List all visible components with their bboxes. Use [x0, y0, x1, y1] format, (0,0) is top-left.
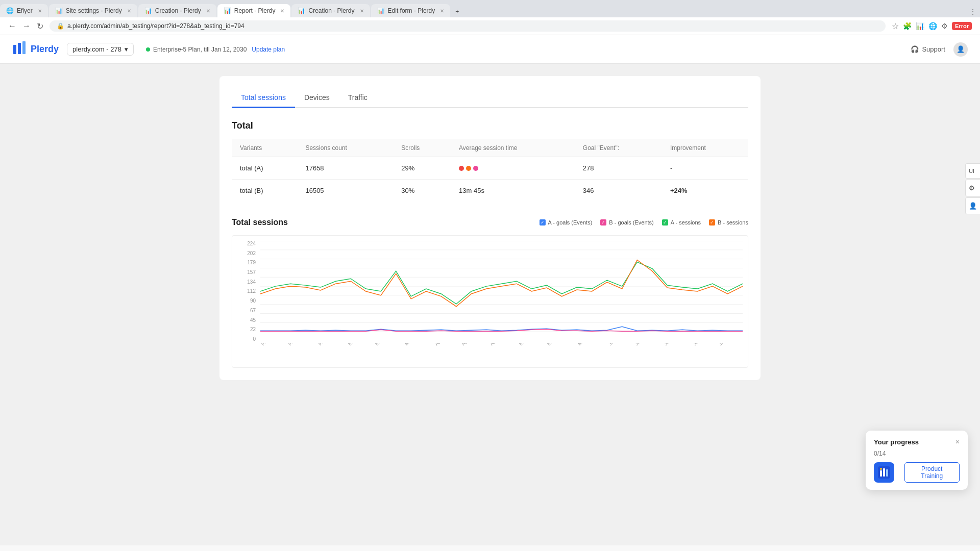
col-improvement: Improvement [662, 139, 748, 157]
x-label-13: Jun 17, 2024 [634, 343, 656, 346]
plerdy-ext-icon[interactable]: 📊 [916, 22, 924, 30]
x-label-9: May 8, 2024 [518, 343, 540, 346]
plan-dot [146, 47, 150, 52]
section-title: Total [232, 120, 748, 131]
col-goal: Goal "Event": [575, 139, 662, 157]
tab-devices[interactable]: Devices [295, 88, 339, 108]
chart-svg [260, 241, 743, 342]
tab-label-eflyer: Eflyer [17, 7, 33, 14]
dot-red [459, 166, 464, 171]
svg-rect-1 [18, 43, 21, 54]
tab-label-edit-form: Edit form - Plerdy [388, 7, 435, 14]
y-axis-labels: 224 202 179 157 134 112 90 67 45 22 0 [232, 241, 259, 342]
tab-edit-form[interactable]: 📊 Edit form - Plerdy ✕ [371, 4, 451, 17]
x-label-12: Jun 7, 2024 [607, 343, 628, 346]
more-icon[interactable]: ⚙ [941, 22, 948, 30]
content-card: Total sessions Devices Traffic Total Var… [219, 76, 761, 380]
tab-close-eflyer[interactable]: ✕ [38, 8, 42, 14]
side-btn-user[interactable]: 👤 [965, 197, 980, 214]
tab-traffic[interactable]: Traffic [339, 88, 377, 108]
footer: Track, analyze, and convert your visitor… [0, 545, 980, 551]
user-avatar[interactable]: 👤 [953, 42, 968, 57]
row-a-avg-time [451, 157, 575, 180]
svg-rect-17 [886, 469, 888, 477]
support-button[interactable]: 🎧 Support [911, 45, 945, 53]
bookmark-icon[interactable]: ☆ [892, 21, 899, 31]
progress-body: Product Training [874, 462, 960, 483]
x-label-15: Jul 7, 2024 [692, 343, 712, 346]
y-label-90: 90 [250, 298, 256, 304]
tab-close-edit-form[interactable]: ✕ [440, 8, 444, 14]
logo: Plerdy [12, 41, 59, 58]
product-training-button[interactable]: Product Training [904, 462, 960, 483]
chrome-icon[interactable]: 🌐 [928, 22, 937, 30]
tab-creation-1[interactable]: 📊 Creation - Plerdy ✕ [138, 4, 216, 17]
x-label-8: Apr 28, 2024 [489, 343, 511, 346]
new-tab-button[interactable]: + [451, 6, 465, 17]
col-scrolls: Scrolls [393, 139, 451, 157]
back-button[interactable]: ← [8, 21, 16, 31]
side-btn-settings[interactable]: ⚙ [965, 180, 980, 196]
row-b-scrolls: 30% [393, 180, 451, 202]
tab-close-site-settings[interactable]: ✕ [127, 8, 131, 14]
legend-b-sessions: ✓ B - sessions [709, 219, 748, 226]
progress-close-button[interactable]: × [955, 438, 960, 446]
legend-b-goals: ✓ B - goals (Events) [600, 219, 653, 226]
tab-close-creation-2[interactable]: ✕ [360, 8, 364, 14]
legend-a-goals-icon: ✓ [540, 219, 546, 226]
tab-icon-eflyer: 🌐 [6, 7, 14, 14]
dot-orange [466, 166, 471, 171]
side-btn-ui[interactable]: UI [965, 163, 980, 179]
tab-report[interactable]: 📊 Report - Plerdy ✕ [217, 4, 291, 17]
logo-icon [12, 41, 27, 58]
tab-icon-edit-form: 📊 [377, 7, 385, 14]
legend-a-sessions-icon: ✓ [662, 219, 668, 226]
svg-rect-16 [883, 468, 885, 477]
reload-button[interactable]: ↻ [37, 21, 43, 31]
x-label-1: Feb 18, 2024 [287, 343, 310, 346]
row-b-improvement: +24% [662, 180, 748, 202]
x-label-16: Jul 17, 2024 [718, 343, 739, 346]
app-header: Plerdy plerdy.com - 278 ▾ Enterprise-5 P… [0, 35, 980, 64]
site-selector-text: plerdy.com - 278 [72, 45, 121, 53]
row-a-improvement: - [662, 157, 748, 180]
y-label-45: 45 [250, 317, 256, 323]
x-label-14: Jun 27, 2024 [663, 343, 685, 346]
tab-bar: 🌐 Eflyer ✕ 📊 Site settings - Plerdy ✕ 📊 … [0, 0, 980, 17]
col-variants: Variants [232, 139, 297, 157]
y-label-179: 179 [247, 260, 256, 265]
tab-label-creation-1: Creation - Plerdy [155, 7, 201, 14]
tab-creation-2[interactable]: 📊 Creation - Plerdy ✕ [291, 4, 370, 17]
row-a-variant: total (A) [232, 157, 297, 180]
legend-b-sessions-icon: ✓ [709, 219, 715, 226]
svg-rect-2 [22, 41, 26, 54]
url-bar[interactable]: 🔒 a.plerdy.com/admin/ab_testing/report?i… [50, 20, 886, 32]
site-selector[interactable]: plerdy.com - 278 ▾ [67, 43, 134, 56]
data-table: Variants Sessions count Scrolls Average … [232, 139, 748, 202]
x-label-0: Feb 8, 2024 [260, 343, 281, 346]
tab-label-report: Report - Plerdy [234, 7, 276, 14]
progress-title: Your progress [874, 438, 919, 446]
tab-label-site-settings: Site settings - Plerdy [66, 7, 122, 14]
legend-b-goals-icon: ✓ [600, 219, 606, 226]
tab-site-settings[interactable]: 📊 Site settings - Plerdy ✕ [49, 4, 137, 17]
tab-total-sessions[interactable]: Total sessions [232, 88, 295, 108]
svg-point-18 [880, 468, 882, 470]
forward-button[interactable]: → [22, 21, 31, 31]
x-label-4: Mar 19, 2024 [374, 343, 397, 346]
header-right: 🎧 Support 👤 [911, 42, 968, 57]
extensions-icon[interactable]: 🧩 [903, 22, 912, 30]
a-goals-line [260, 327, 743, 331]
row-b-goal: 346 [575, 180, 662, 202]
row-b-avg-time: 13m 45s [451, 180, 575, 202]
browser-chrome: 🌐 Eflyer ✕ 📊 Site settings - Plerdy ✕ 📊 … [0, 0, 980, 35]
x-label-2: Feb 28, 2024 [317, 343, 340, 346]
row-b-sessions: 16505 [297, 180, 393, 202]
tab-close-report[interactable]: ✕ [280, 8, 284, 14]
update-plan-link[interactable]: Update plan [252, 46, 285, 53]
tab-close-creation-1[interactable]: ✕ [206, 8, 210, 14]
chart-title: Total sessions [232, 218, 288, 227]
dots-indicator [459, 166, 567, 171]
tab-eflyer[interactable]: 🌐 Eflyer ✕ [0, 4, 48, 17]
y-label-112: 112 [247, 288, 256, 294]
